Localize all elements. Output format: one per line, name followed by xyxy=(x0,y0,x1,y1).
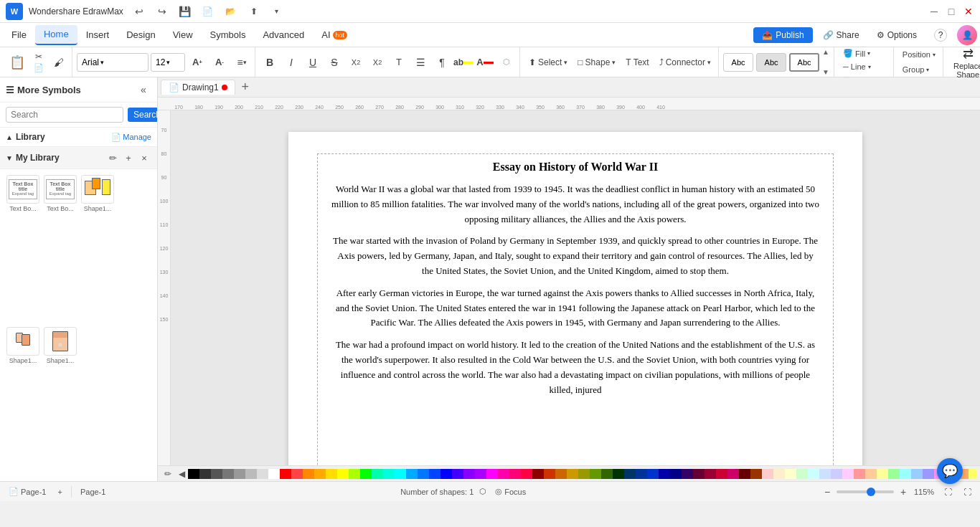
color-swatch[interactable] xyxy=(601,469,613,479)
align-button[interactable]: ≡▾ xyxy=(232,52,252,72)
chat-bubble-button[interactable]: 💬 xyxy=(937,458,963,484)
style-sample-3[interactable]: Abc xyxy=(789,53,819,72)
format-painter-button[interactable]: 🖌 xyxy=(49,52,69,72)
color-swatch[interactable] xyxy=(440,469,452,479)
color-swatch[interactable] xyxy=(842,469,854,479)
color-swatch[interactable] xyxy=(865,469,877,479)
color-swatch[interactable] xyxy=(199,469,211,479)
color-swatch[interactable] xyxy=(486,469,498,479)
my-library-edit-button[interactable]: ✏ xyxy=(105,151,120,165)
color-swatch[interactable] xyxy=(326,469,337,479)
redo-button[interactable]: ↪ xyxy=(152,3,172,20)
color-swatch[interactable] xyxy=(521,469,532,479)
export-button[interactable]: ⬆ xyxy=(244,3,264,20)
share-button[interactable]: 🔗 Share xyxy=(816,27,867,43)
color-swatch[interactable] xyxy=(360,469,372,479)
menu-advanced[interactable]: Advanced xyxy=(254,25,313,45)
color-swatch[interactable] xyxy=(900,469,911,479)
color-swatch[interactable] xyxy=(463,469,475,479)
save-button[interactable]: 💾 xyxy=(175,3,195,20)
color-swatch[interactable] xyxy=(314,469,326,479)
color-swatch[interactable] xyxy=(509,469,521,479)
canvas-content[interactable]: Essay on History of World War II World W… xyxy=(171,110,980,465)
color-swatch[interactable] xyxy=(268,469,280,479)
fullscreen-button[interactable]: ⛶ xyxy=(961,486,974,498)
user-avatar[interactable]: 👤 xyxy=(957,25,977,45)
color-swatch[interactable] xyxy=(819,469,831,479)
focus-button[interactable]: ◎ Focus xyxy=(492,485,529,498)
color-swatch[interactable] xyxy=(705,469,716,479)
underline-button[interactable]: U xyxy=(303,52,323,72)
strikethrough-button[interactable]: S xyxy=(324,52,344,72)
color-swatch[interactable] xyxy=(969,469,977,479)
color-swatch[interactable] xyxy=(831,469,842,479)
color-swatch[interactable] xyxy=(555,469,567,479)
color-swatch[interactable] xyxy=(877,469,888,479)
color-swatch[interactable] xyxy=(750,469,762,479)
superscript-button[interactable]: X2 xyxy=(346,52,366,72)
color-swatch[interactable] xyxy=(808,469,819,479)
list-button[interactable]: ☰ xyxy=(410,52,430,72)
color-swatch[interactable] xyxy=(532,469,544,479)
style-sample-2[interactable]: Abc xyxy=(756,53,786,72)
publish-button[interactable]: 📤 Publish xyxy=(753,27,812,43)
styles-scroll-up[interactable]: ▲ xyxy=(821,42,831,62)
font-color-button[interactable]: A xyxy=(475,52,495,72)
color-swatch[interactable] xyxy=(647,469,659,479)
color-swatch[interactable] xyxy=(693,469,705,479)
font-expand-button[interactable]: ⬡ xyxy=(496,52,517,72)
color-swatch[interactable] xyxy=(613,469,624,479)
text-format-button[interactable]: T xyxy=(389,52,409,72)
color-swatch[interactable] xyxy=(716,469,727,479)
list-item[interactable]: Shape1... xyxy=(6,327,40,476)
undo-button[interactable]: ↩ xyxy=(129,3,149,20)
search-input[interactable] xyxy=(6,107,123,123)
color-swatch[interactable] xyxy=(291,469,303,479)
color-swatch[interactable] xyxy=(567,469,578,479)
color-swatch[interactable] xyxy=(372,469,383,479)
help-button[interactable]: ? xyxy=(927,26,954,44)
color-swatch[interactable] xyxy=(739,469,750,479)
font-family-dropdown[interactable]: Arial ▾ xyxy=(77,53,149,72)
color-swatch[interactable] xyxy=(222,469,234,479)
palette-pen-button[interactable]: ✏ xyxy=(161,467,175,480)
fit-button[interactable]: ⛶ xyxy=(941,486,955,498)
line-button[interactable]: ─ Line ▾ xyxy=(839,61,875,72)
page-selector[interactable]: Page-1 xyxy=(77,486,108,498)
list-item[interactable]: Shape1... xyxy=(80,175,115,324)
my-library-add-button[interactable]: + xyxy=(121,151,136,165)
color-swatch[interactable] xyxy=(923,469,934,479)
color-swatch[interactable] xyxy=(785,469,796,479)
color-swatch[interactable] xyxy=(773,469,785,479)
color-swatch[interactable] xyxy=(395,469,406,479)
more-button[interactable]: ▾ xyxy=(267,3,287,20)
menu-home[interactable]: Home xyxy=(35,25,77,45)
menu-ai[interactable]: AI hot xyxy=(313,25,356,45)
color-swatch[interactable] xyxy=(682,469,693,479)
add-tab-button[interactable]: + xyxy=(237,79,254,96)
color-swatch[interactable] xyxy=(349,469,360,479)
color-swatch[interactable] xyxy=(429,469,440,479)
layers-button[interactable]: ⬡ xyxy=(476,485,489,498)
paste-button[interactable]: 📋 xyxy=(6,52,29,72)
palette-left-arrow[interactable]: ◀ xyxy=(175,467,188,480)
my-library-close-button[interactable]: × xyxy=(137,151,151,165)
color-swatch[interactable] xyxy=(636,469,647,479)
color-swatch[interactable] xyxy=(544,469,555,479)
color-swatch[interactable] xyxy=(383,469,395,479)
color-swatch[interactable] xyxy=(211,469,222,479)
subscript-button[interactable]: X2 xyxy=(367,52,387,72)
restore-button[interactable]: □ xyxy=(946,6,957,17)
color-swatch[interactable] xyxy=(234,469,245,479)
close-button[interactable]: ✕ xyxy=(963,6,974,17)
color-swatch[interactable] xyxy=(406,469,418,479)
paragraph-button[interactable]: ¶ xyxy=(432,52,452,72)
options-button[interactable]: ⚙ Options xyxy=(870,27,924,43)
sidebar-collapse-button[interactable]: « xyxy=(136,82,151,98)
font-bg-color-button[interactable]: ab xyxy=(453,52,473,72)
color-swatch[interactable] xyxy=(452,469,463,479)
bold-button[interactable]: B xyxy=(260,52,280,72)
open-button[interactable]: 📂 xyxy=(221,3,241,20)
font-size-dropdown[interactable]: 12 ▾ xyxy=(151,53,185,72)
color-swatch[interactable] xyxy=(337,469,349,479)
